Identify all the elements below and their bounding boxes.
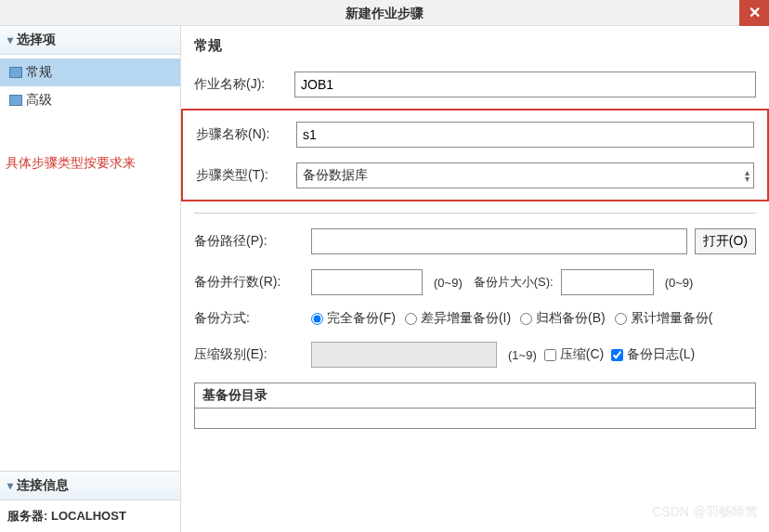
piece-size-label: 备份片大小(S): [474,274,554,291]
backup-mode-label: 备份方式: [194,310,304,327]
piece-size-input[interactable] [561,269,654,295]
compress-level-input [311,342,497,368]
parallel-label: 备份并行数(R): [194,274,304,291]
parallel-row: 备份并行数(R): (0~9) 备份片大小(S): (0~9) [194,269,756,295]
connection-panel-header[interactable]: 连接信息 [0,472,180,500]
compress-level-hint: (1~9) [508,348,537,362]
step-type-row: 步骤类型(T): 备份数据库 ▴▾ [183,162,767,188]
compress-level-label: 压缩级别(E): [194,346,304,363]
mode-full-radio[interactable]: 完全备份(F) [311,310,396,327]
watermark: CSDN @羽畅啼莺 [652,504,758,521]
piece-size-hint: (0~9) [665,276,694,290]
mode-archive-radio[interactable]: 归档备份(B) [520,310,606,327]
mode-diff-radio[interactable]: 差异增量备份(I) [405,310,511,327]
backup-mode-group: 完全备份(F) 差异增量备份(I) 归档备份(B) 累计增量备份( [311,310,712,327]
server-info: 服务器: LOCALHOST [0,500,180,532]
backup-options-section: 备份路径(P): 打开(O) 备份并行数(R): (0~9) 备份片大小(S):… [194,213,756,429]
step-type-label: 步骤类型(T): [196,167,289,184]
step-name-label: 步骤名称(N): [196,126,289,143]
annotation-text: 具体步骤类型按要求来 [0,146,180,181]
highlight-annotation-box: 步骤名称(N): 步骤类型(T): 备份数据库 ▴▾ [181,109,769,201]
open-button[interactable]: 打开(O) [695,228,756,254]
parallel-input[interactable] [311,269,423,295]
mode-cumulative-radio[interactable]: 累计增量备份( [615,310,713,327]
sidebar: 选择项 常规 高级 具体步骤类型按要求来 连接信息 服务器: LOCALHOST [0,26,181,532]
job-name-input[interactable] [294,71,756,97]
select-arrows-icon: ▴▾ [745,169,749,182]
step-name-input[interactable] [296,122,754,148]
backup-log-checkbox[interactable]: 备份日志(L) [611,346,695,363]
connection-panel: 连接信息 服务器: LOCALHOST [0,471,180,532]
backup-path-input[interactable] [311,228,687,254]
main-layout: 选择项 常规 高级 具体步骤类型按要求来 连接信息 服务器: LOCALHOST… [0,26,769,532]
sidebar-item-general[interactable]: 常规 [0,58,180,86]
sidebar-item-label: 常规 [26,64,52,79]
sidebar-item-advanced[interactable]: 高级 [0,86,180,114]
step-name-row: 步骤名称(N): [183,122,767,148]
content-area: 常规 作业名称(J): 步骤名称(N): 步骤类型(T): 备份数据库 ▴▾ [181,26,769,532]
compress-row: 压缩级别(E): (1~9) 压缩(C) 备份日志(L) [194,342,756,368]
backup-path-row: 备份路径(P): 打开(O) [194,228,756,254]
sidebar-item-label: 高级 [26,92,52,107]
close-button[interactable]: ✕ [739,0,769,26]
parallel-hint: (0~9) [434,276,463,290]
options-panel-header[interactable]: 选择项 [0,26,180,55]
base-backup-header: 基备份目录 [195,383,755,409]
backup-mode-row: 备份方式: 完全备份(F) 差异增量备份(I) 归档备份(B) 累计增量备份( [194,310,756,327]
dialog-title: 新建作业步骤 [345,6,424,20]
section-title: 常规 [194,37,756,55]
base-backup-list[interactable]: 基备份目录 [194,383,756,429]
dialog-titlebar: 新建作业步骤 ✕ [0,0,769,26]
sidebar-items: 常规 高级 [0,55,180,118]
backup-path-label: 备份路径(P): [194,233,304,250]
job-name-label: 作业名称(J): [194,76,287,93]
step-type-value: 备份数据库 [303,167,368,182]
job-name-row: 作业名称(J): [194,71,756,97]
compress-checkbox[interactable]: 压缩(C) [544,346,604,363]
step-type-select[interactable]: 备份数据库 ▴▾ [296,162,754,188]
